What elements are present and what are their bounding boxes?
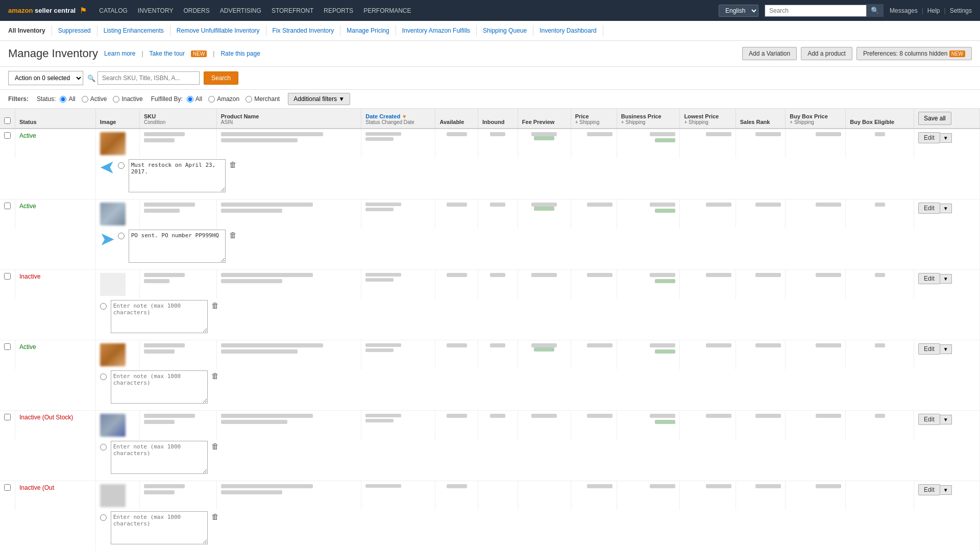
row2-checkbox-cell[interactable] (0, 199, 15, 229)
table-row-note: ➤ 🗑 (0, 158, 980, 199)
row2-checkbox[interactable] (4, 203, 11, 209)
fulfilled-amazon-option[interactable]: Amazon (208, 95, 239, 103)
subnav-remove-unfulfillable[interactable]: Remove Unfulfillable Inventory (170, 25, 266, 36)
note3-radio[interactable] (100, 303, 107, 310)
fulfilled-amazon-radio[interactable] (208, 96, 215, 103)
row5-edit-dropdown[interactable]: ▼ (940, 415, 952, 424)
top-search-button[interactable]: 🔍 (867, 4, 884, 17)
additional-filters-button[interactable]: Additional filters ▼ (288, 93, 350, 105)
subnav-inventory-amazon-fulfills[interactable]: Inventory Amazon Fulfills (396, 25, 477, 36)
header-buttons: Add a Variation Add a product Preference… (742, 47, 972, 60)
nav-performance[interactable]: PERFORMANCE (363, 7, 411, 14)
subnav-shipping-queue[interactable]: Shipping Queue (477, 25, 533, 36)
row1-price-val (587, 132, 612, 136)
row2-edit-dropdown[interactable]: ▼ (940, 204, 952, 213)
row5-checkbox[interactable] (4, 414, 11, 420)
row6-edit-button[interactable]: Edit (918, 484, 940, 495)
note4-textarea[interactable] (111, 370, 208, 404)
row1-edit-button[interactable]: Edit (918, 132, 940, 143)
note3-textarea[interactable] (111, 300, 208, 333)
header-date-created[interactable]: Date Created ▼ Status Changed Date (361, 109, 435, 129)
row4-edit-button[interactable]: Edit (918, 343, 940, 355)
header-select-all[interactable] (0, 109, 15, 129)
table-row-note: 🗑 (0, 299, 980, 340)
status-inactive-option[interactable]: Inactive (113, 95, 142, 103)
settings-link[interactable]: Settings (950, 7, 972, 14)
fulfilled-amazon-label: Amazon (217, 95, 239, 103)
row4-checkbox-cell[interactable] (0, 340, 15, 370)
note1-textarea[interactable] (129, 159, 226, 192)
status-inactive-radio[interactable] (113, 96, 119, 103)
search-button[interactable]: Search (204, 71, 238, 85)
help-link[interactable]: Help (927, 7, 940, 14)
top-search-input[interactable] (765, 5, 867, 17)
note1-radio[interactable] (118, 162, 125, 169)
row6-inbound (478, 481, 518, 511)
note5-textarea[interactable] (111, 441, 208, 474)
row3-edit-dropdown[interactable]: ▼ (940, 274, 952, 284)
row6-checkbox-cell[interactable] (0, 481, 15, 511)
learn-more-link[interactable]: Learn more (104, 50, 135, 57)
nav-inventory[interactable]: INVENTORY (138, 7, 174, 14)
rate-page-link[interactable]: Rate this page (220, 50, 260, 57)
nav-reports[interactable]: REPORTS (324, 7, 353, 14)
row1-checkbox[interactable] (4, 132, 11, 139)
row4-checkbox[interactable] (4, 343, 11, 350)
note5-radio[interactable] (100, 444, 107, 450)
note6-textarea[interactable] (111, 511, 208, 544)
nav-storefront[interactable]: STOREFRONT (272, 7, 313, 14)
row4-inbound-val (490, 343, 505, 347)
row5-edit-button[interactable]: Edit (918, 414, 940, 425)
row3-checkbox-cell[interactable] (0, 270, 15, 299)
note3-delete-button[interactable]: 🗑 (211, 301, 219, 310)
note6-delete-button[interactable]: 🗑 (211, 512, 219, 521)
row6-checkbox[interactable] (4, 484, 11, 491)
subnav-suppressed[interactable]: Suppressed (52, 25, 97, 36)
row1-edit-dropdown[interactable]: ▼ (940, 133, 952, 143)
sku-search-input[interactable] (97, 71, 200, 85)
subnav-all-inventory[interactable]: All Inventory (8, 25, 52, 36)
note4-delete-button[interactable]: 🗑 (211, 371, 219, 380)
status-active-option[interactable]: Active (82, 95, 107, 103)
row6-sku-line2 (144, 490, 175, 494)
row6-edit-dropdown[interactable]: ▼ (940, 485, 952, 495)
note2-radio[interactable] (118, 233, 125, 239)
fulfilled-merchant-option[interactable]: Merchant (246, 95, 280, 103)
fulfilled-merchant-radio[interactable] (246, 96, 252, 103)
row3-inbound (478, 270, 518, 299)
row3-checkbox[interactable] (4, 273, 11, 280)
select-all-checkbox[interactable] (4, 117, 11, 124)
row3-edit-button[interactable]: Edit (918, 273, 940, 284)
status-all-option[interactable]: All (60, 95, 75, 103)
note2-textarea[interactable] (129, 230, 226, 263)
nav-orders[interactable]: ORDERS (183, 7, 209, 14)
row1-checkbox-cell[interactable] (0, 129, 15, 158)
messages-link[interactable]: Messages (890, 7, 918, 14)
fulfilled-all-option[interactable]: All (187, 95, 202, 103)
subnav-inventory-dashboard[interactable]: Inventory Dashboard (533, 25, 603, 36)
fulfilled-all-radio[interactable] (187, 96, 193, 103)
add-product-button[interactable]: Add a product (801, 47, 852, 60)
status-all-radio[interactable] (60, 96, 66, 103)
note4-radio[interactable] (100, 373, 107, 380)
subnav-manage-pricing[interactable]: Manage Pricing (340, 25, 396, 36)
row5-checkbox-cell[interactable] (0, 411, 15, 440)
row4-edit-dropdown[interactable]: ▼ (940, 344, 952, 354)
take-tour-link[interactable]: Take the tour (150, 50, 185, 57)
preferences-button[interactable]: Preferences: 8 columns hidden NEW (856, 47, 972, 60)
table-row: Active (0, 340, 980, 370)
nav-advertising[interactable]: ADVERTISING (220, 7, 261, 14)
add-variation-button[interactable]: Add a Variation (742, 47, 797, 60)
save-all-button[interactable]: Save all (918, 112, 951, 125)
nav-catalog[interactable]: CATALOG (99, 7, 128, 14)
note6-radio[interactable] (100, 514, 107, 521)
action-select[interactable]: Action on 0 selected (8, 71, 83, 85)
row2-edit-button[interactable]: Edit (918, 203, 940, 214)
note1-delete-button[interactable]: 🗑 (229, 160, 237, 169)
note2-delete-button[interactable]: 🗑 (229, 231, 237, 239)
note5-delete-button[interactable]: 🗑 (211, 442, 219, 450)
language-select[interactable]: English (719, 5, 758, 17)
status-active-radio[interactable] (82, 96, 88, 103)
subnav-listing-enhancements[interactable]: Listing Enhancements (97, 25, 170, 36)
subnav-fix-stranded[interactable]: Fix Stranded Inventory (266, 25, 341, 36)
